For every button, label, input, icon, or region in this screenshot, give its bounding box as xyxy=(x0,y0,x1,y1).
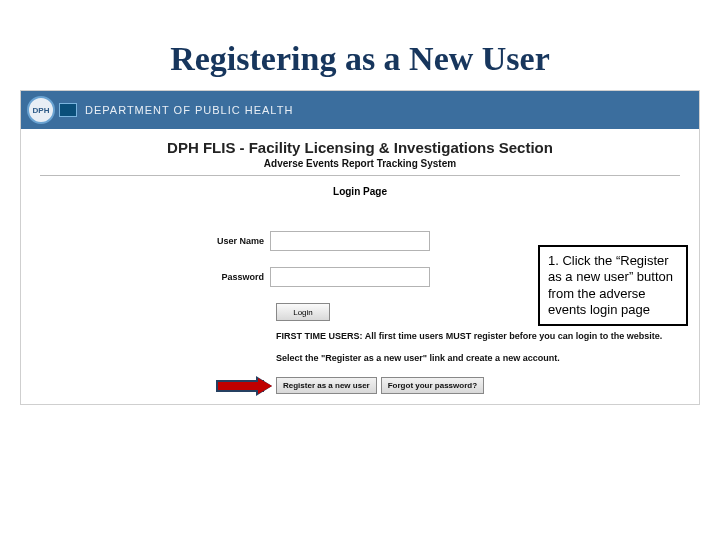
password-label: Password xyxy=(40,272,270,282)
arrow-icon xyxy=(218,379,272,393)
logo: DPH xyxy=(27,96,77,124)
login-page-title: Login Page xyxy=(21,186,699,197)
page-title: Registering as a New User xyxy=(20,40,700,78)
register-hint: Select the "Register as a new user" link… xyxy=(276,353,680,363)
app-title: DPH FLIS - Facility Licensing & Investig… xyxy=(21,139,699,156)
logo-accent-icon xyxy=(59,103,77,117)
register-new-user-button[interactable]: Register as a new user xyxy=(276,377,377,394)
action-row: Register as a new user Forgot your passw… xyxy=(218,377,680,394)
login-button[interactable]: Login xyxy=(276,303,330,321)
divider xyxy=(40,175,680,176)
slide: Registering as a New User DPH DEPARTMENT… xyxy=(0,0,720,540)
forgot-password-button[interactable]: Forgot your password? xyxy=(381,377,484,394)
app-subtitle: Adverse Events Report Tracking System xyxy=(21,158,699,169)
username-input[interactable] xyxy=(270,231,430,251)
first-time-hint: FIRST TIME USERS: All first time users M… xyxy=(276,331,680,341)
department-name: DEPARTMENT OF PUBLIC HEALTH xyxy=(85,104,293,116)
instruction-callout: 1. Click the “Register as a new user” bu… xyxy=(538,245,688,326)
app-header: DPH DEPARTMENT OF PUBLIC HEALTH xyxy=(21,91,699,129)
password-input[interactable] xyxy=(270,267,430,287)
username-label: User Name xyxy=(40,236,270,246)
logo-text: DPH xyxy=(33,106,50,115)
dph-logo-icon: DPH xyxy=(27,96,55,124)
